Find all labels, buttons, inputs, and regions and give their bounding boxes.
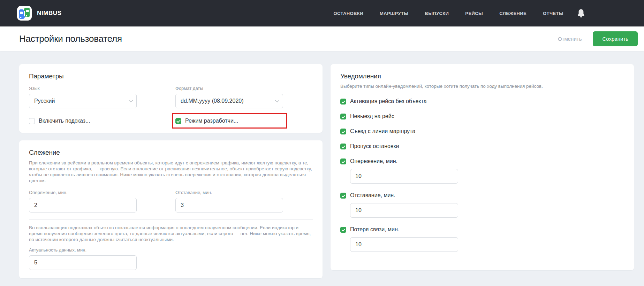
lag-field-group: Отставание, мин. [175,190,283,212]
nav-item-2[interactable]: МАРШРУТЫ [380,11,408,16]
notifications-bell-button[interactable] [577,9,585,18]
notification-label: Съезд с линии маршрута [350,128,415,134]
notification-input-wrap [350,203,624,218]
lag-label: Отставание, мин. [175,190,283,195]
parameters-fields-row: Язык Русский Формат даты dd.MM.yyyy (08.… [29,86,313,108]
header-actions: Отменить Сохранить [553,31,638,46]
notification-item: Пропуск остановки [340,143,624,149]
page-header: Настройки пользователя Отменить Сохранит… [0,26,644,51]
nav-item-4[interactable]: РЕЙСЫ [465,11,483,16]
notification-item: Отставание, мин. [340,192,624,218]
checkbox-checked-icon[interactable] [340,193,346,199]
hints-checkbox-slot: Включить подсказ... [29,118,175,124]
notification-checkbox[interactable]: Отставание, мин. [340,192,624,199]
checkbox-checked-icon[interactable] [175,118,181,124]
tracking-card-title: Слежение [29,149,313,156]
relevance-input[interactable] [29,255,137,270]
nav-item-1[interactable]: ОСТАНОВКИ [333,11,363,16]
notification-checkbox[interactable]: Съезд с линии маршрута [340,128,624,134]
nimbus-logo-icon [17,6,32,21]
content: Параметры Язык Русский Формат даты dd.MM… [0,51,644,278]
tracking-card: Слежение При слежении за рейсами в реаль… [19,140,323,278]
notifications-list: Активация рейса без объекта Невыезд на р… [340,98,624,252]
save-button[interactable]: Сохранить [593,31,638,46]
notification-minutes-input[interactable] [350,237,458,252]
notifications-card-title: Уведомления [340,72,624,80]
notification-input-wrap [350,237,624,252]
parameters-card-title: Параметры [29,72,313,80]
lag-input[interactable] [175,198,283,212]
tracking-description-1: При слежении за рейсами в реальном време… [29,160,312,184]
notification-item: Активация рейса без объекта [340,98,624,105]
nav-item-3[interactable]: ВЫПУСКИ [425,11,449,16]
notification-checkbox[interactable]: Опережение, мин. [340,158,624,164]
bell-icon [577,9,585,18]
notification-label: Пропуск остановки [350,143,399,149]
tracking-description-2: Во всплывающих подсказках объектов показ… [29,225,312,242]
nav-item-5[interactable]: СЛЕЖЕНИЕ [499,11,526,16]
checkbox-checked-icon[interactable] [340,159,346,164]
hints-checkbox[interactable]: Включить подсказ... [29,118,175,124]
notification-item: Опережение, мин. [340,158,624,184]
left-column: Параметры Язык Русский Формат даты dd.MM… [19,64,323,278]
page-title: Настройки пользователя [19,33,122,44]
parameters-card: Параметры Язык Русский Формат даты dd.MM… [19,64,323,133]
notification-item: Потеря связи, мин. [340,226,624,252]
notification-label: Опережение, мин. [350,158,397,164]
notification-checkbox[interactable]: Пропуск остановки [340,143,624,149]
relevance-label: Актуальность данных, мин. [29,247,137,253]
notification-item: Невыезд на рейс [340,113,624,119]
brand[interactable]: NIMBUS [17,6,62,21]
lead-input[interactable] [29,198,137,212]
nav-item-6[interactable]: ОТЧЕТЫ [543,11,563,16]
nav-menu: ОСТАНОВКИМАРШРУТЫВЫПУСКИРЕЙСЫСЛЕЖЕНИЕОТЧ… [333,11,563,16]
right-column: Уведомления Выберите типы онлайн-уведомл… [331,64,634,270]
lead-field-group: Опережение, мин. [29,190,137,212]
notification-label: Отставание, мин. [350,192,395,199]
dev-mode-checkbox-slot: Режим разработчи... [175,118,238,124]
parameters-checkbox-row: Включить подсказ... Режим разработчи... [29,117,313,124]
date-format-label: Формат даты [175,86,283,91]
dev-mode-checkbox[interactable]: Режим разработчи... [175,118,238,124]
notification-checkbox[interactable]: Потеря связи, мин. [340,226,624,233]
language-label: Язык [29,86,137,91]
lead-label: Опережение, мин. [29,190,137,195]
date-format-select-value: dd.MM.yyyy (08.09.2020) [181,98,244,104]
notification-input-wrap [350,169,624,184]
notification-minutes-input[interactable] [350,169,458,184]
relevance-field-group: Актуальность данных, мин. [29,247,137,270]
notification-minutes-input[interactable] [350,203,458,218]
language-field-group: Язык Русский [29,86,137,108]
language-select[interactable]: Русский [29,94,137,108]
notification-checkbox[interactable]: Активация рейса без объекта [340,98,624,105]
date-format-field-group: Формат даты dd.MM.yyyy (08.09.2020) [175,86,283,108]
dev-mode-checkbox-label: Режим разработчи... [185,118,238,124]
checkbox-unchecked-icon[interactable] [29,118,35,124]
cancel-button[interactable]: Отменить [553,32,587,45]
checkbox-checked-icon[interactable] [340,114,346,119]
brand-name: NIMBUS [37,10,62,17]
checkbox-checked-icon[interactable] [340,129,346,134]
chevron-down-icon [275,98,279,102]
checkbox-checked-icon[interactable] [340,227,346,233]
tracking-fields-row: Опережение, мин. Отставание, мин. [29,190,313,212]
chevron-down-icon [129,98,132,102]
date-format-select[interactable]: dd.MM.yyyy (08.09.2020) [175,94,283,108]
divider [29,219,313,220]
notifications-card: Уведомления Выберите типы онлайн-уведомл… [331,64,634,270]
notification-label: Невыезд на рейс [350,113,394,119]
hints-checkbox-label: Включить подсказ... [39,118,90,124]
notification-label: Активация рейса без объекта [350,98,427,105]
checkbox-checked-icon[interactable] [340,99,346,105]
notification-item: Съезд с линии маршрута [340,128,624,134]
notification-checkbox[interactable]: Невыезд на рейс [340,113,624,119]
checkbox-checked-icon[interactable] [340,144,346,149]
notification-label: Потеря связи, мин. [350,226,399,233]
navbar: NIMBUS ОСТАНОВКИМАРШРУТЫВЫПУСКИРЕЙСЫСЛЕЖ… [0,0,644,26]
language-select-value: Русский [34,98,55,104]
notifications-subtitle: Выберите типы онлайн-уведомлений, которы… [340,83,624,89]
